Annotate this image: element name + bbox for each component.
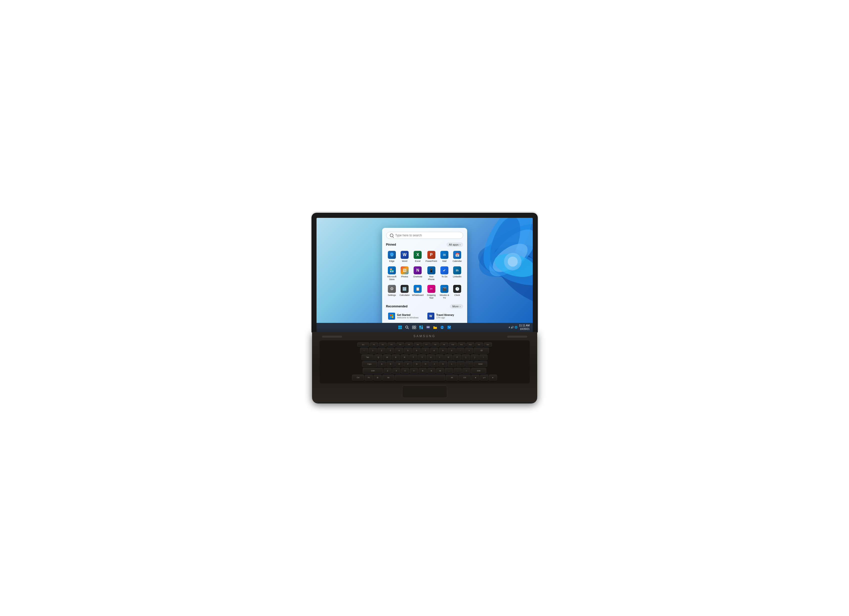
key-0[interactable]: 0 xyxy=(448,348,456,354)
taskbar-taskview-button[interactable] xyxy=(411,324,417,330)
more-button[interactable]: More › xyxy=(450,304,463,309)
key-e[interactable]: E xyxy=(392,354,400,360)
key-t[interactable]: T xyxy=(410,354,417,360)
key-b[interactable]: B xyxy=(419,368,427,374)
key-f1[interactable]: F1 xyxy=(370,342,378,347)
app-calendar[interactable]: 📅 Calendar xyxy=(451,249,463,264)
app-excel[interactable]: X Excel xyxy=(411,249,424,264)
taskbar-chat-button[interactable] xyxy=(425,324,431,330)
key-m[interactable]: M xyxy=(436,368,444,374)
key-backspace[interactable]: ⌫ xyxy=(474,348,489,354)
app-settings[interactable]: ⚙ Settings xyxy=(386,283,398,301)
key-f8[interactable]: F8 xyxy=(431,342,439,347)
app-snipping[interactable]: ✂ Snipping Tool xyxy=(425,283,438,301)
rec-get-started[interactable]: Get Started Welcome to Windows xyxy=(386,311,424,321)
key-esc[interactable]: Esc xyxy=(357,342,369,347)
key-f6[interactable]: F6 xyxy=(414,342,422,347)
key-y[interactable]: Y xyxy=(418,354,426,360)
taskbar-windows-button[interactable] xyxy=(397,324,403,330)
key-9[interactable]: 9 xyxy=(439,348,447,354)
key-period[interactable]: . xyxy=(454,368,462,374)
key-c[interactable]: C xyxy=(401,368,409,374)
key-g[interactable]: G xyxy=(413,361,421,367)
key-arrow-updown[interactable]: ▲▼ xyxy=(480,375,488,381)
key-x[interactable]: X xyxy=(392,368,400,374)
key-f12[interactable]: F12 xyxy=(466,342,474,347)
key-o[interactable]: O xyxy=(444,354,453,360)
key-capslock[interactable]: Caps xyxy=(362,361,377,367)
key-semicolon[interactable]: ; xyxy=(457,361,465,367)
key-u[interactable]: U xyxy=(427,354,435,360)
key-f10[interactable]: F10 xyxy=(449,342,457,347)
key-z[interactable]: Z xyxy=(384,368,392,374)
app-whiteboard[interactable]: 📋 Whiteboard xyxy=(411,283,424,301)
key-f7[interactable]: F7 xyxy=(423,342,430,347)
app-powerpoint[interactable]: P PowerPoint xyxy=(425,249,438,264)
key-minus[interactable]: - xyxy=(456,348,465,354)
key-7[interactable]: 7 xyxy=(422,348,429,354)
key-ctrl-l[interactable]: Ctrl xyxy=(352,375,364,381)
all-apps-button[interactable]: All apps › xyxy=(446,243,463,247)
key-f4[interactable]: F4 xyxy=(396,342,404,347)
key-space[interactable] xyxy=(395,375,445,381)
app-linkedin[interactable]: in LinkedIn xyxy=(451,265,463,283)
key-delete[interactable]: Del xyxy=(484,342,492,347)
app-onenote[interactable]: N OneNote xyxy=(411,265,424,283)
key-lbracket[interactable]: [ xyxy=(462,354,470,360)
key-windows[interactable]: ⊞ xyxy=(374,375,381,381)
key-shift-l[interactable]: Shift xyxy=(363,368,383,374)
key-6[interactable]: 6 xyxy=(413,348,421,354)
taskbar-datetime[interactable]: 11:11 AM 10/20/21 xyxy=(519,324,529,331)
key-f2[interactable]: F2 xyxy=(379,342,387,347)
key-arrow-right[interactable]: ► xyxy=(489,375,497,381)
app-edge[interactable]: Edge xyxy=(386,249,398,264)
key-s[interactable]: S xyxy=(387,361,395,367)
key-q[interactable]: Q xyxy=(374,354,382,360)
key-ctrl-r[interactable]: Ctrl xyxy=(459,375,471,381)
key-backslash[interactable]: \ xyxy=(480,354,487,360)
key-a[interactable]: A xyxy=(378,361,386,367)
key-n[interactable]: N xyxy=(427,368,435,374)
key-comma[interactable]: , xyxy=(445,368,453,374)
key-alt-r[interactable]: Alt xyxy=(446,375,458,381)
app-word[interactable]: W Word xyxy=(399,249,410,264)
key-f3[interactable]: F3 xyxy=(387,342,396,347)
key-enter[interactable]: Enter xyxy=(474,361,487,367)
key-f11[interactable]: F11 xyxy=(458,342,466,347)
key-f[interactable]: F xyxy=(404,361,412,367)
key-insert[interactable]: Ins xyxy=(475,342,483,347)
key-5[interactable]: 5 xyxy=(404,348,412,354)
taskbar-edge-button[interactable] xyxy=(439,324,445,330)
taskbar-explorer-button[interactable] xyxy=(432,324,438,330)
key-l[interactable]: L xyxy=(448,361,456,367)
key-shift-r[interactable]: Shift xyxy=(471,368,486,374)
taskbar-store-button[interactable] xyxy=(446,324,452,330)
search-bar[interactable] xyxy=(386,232,463,239)
key-slash[interactable]: / xyxy=(462,368,471,374)
key-d[interactable]: D xyxy=(395,361,404,367)
key-tab[interactable]: Tab xyxy=(362,354,374,360)
key-1[interactable]: 1 xyxy=(369,348,377,354)
taskbar-search-button[interactable] xyxy=(404,324,410,330)
key-equals[interactable]: = xyxy=(465,348,473,354)
taskbar-widgets-button[interactable] xyxy=(419,324,424,330)
key-h[interactable]: H xyxy=(422,361,430,367)
app-store[interactable]: 🏪 Microsoft Store xyxy=(386,265,398,283)
key-backtick[interactable]: ~ xyxy=(360,348,368,354)
key-j[interactable]: J xyxy=(430,361,438,367)
key-quote[interactable]: ' xyxy=(465,361,474,367)
key-w[interactable]: W xyxy=(383,354,391,360)
key-alt-l[interactable]: Alt xyxy=(382,375,394,381)
app-photos[interactable]: 🖼 Photos xyxy=(399,265,410,283)
app-calculator[interactable]: 🔢 Calculator xyxy=(399,283,410,301)
key-f9[interactable]: F9 xyxy=(440,342,448,347)
key-8[interactable]: 8 xyxy=(430,348,438,354)
app-clock[interactable]: 🕐 Clock xyxy=(451,283,463,301)
key-3[interactable]: 3 xyxy=(386,348,394,354)
app-mail[interactable]: ✉ Mail xyxy=(439,249,450,264)
app-todo[interactable]: ✔ To Do xyxy=(439,265,450,283)
key-f5[interactable]: F5 xyxy=(405,342,413,347)
key-v[interactable]: V xyxy=(410,368,418,374)
key-k[interactable]: K xyxy=(439,361,447,367)
app-yourphone[interactable]: 📱 Your Phone xyxy=(425,265,438,283)
